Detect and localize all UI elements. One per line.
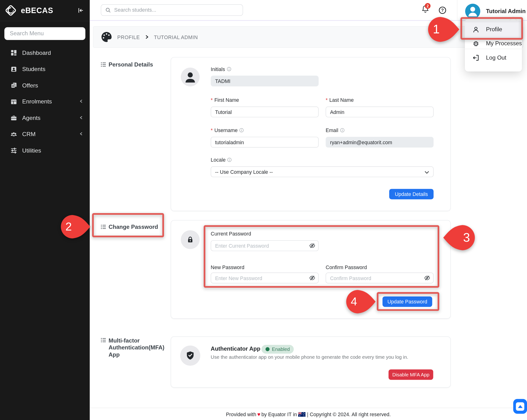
user-dropdown-menu: Profile My Processes (465, 19, 522, 72)
topbar-divider (457, 0, 457, 21)
current-password-label: Current Password (211, 231, 251, 237)
footer-divider (90, 408, 527, 408)
utilities-icon (11, 147, 17, 154)
question-circle-icon: ? (438, 6, 447, 14)
section-change-password: Change Password (101, 224, 158, 231)
ebecas-logo-icon (5, 4, 17, 16)
username-label: *Username (211, 127, 244, 133)
chip-icon (472, 40, 480, 47)
breadcrumb-section[interactable]: PROFILE (117, 34, 140, 40)
person-icon (465, 4, 480, 19)
search-icon (105, 7, 111, 13)
chevron-right-icon (144, 34, 149, 39)
menu-search-input[interactable] (10, 30, 80, 37)
sidebar-item-agents[interactable]: Agents (0, 110, 90, 126)
menu-item-log-out[interactable]: Log Out (465, 49, 522, 66)
person-icon (472, 26, 480, 33)
update-password-button[interactable]: Update Password (383, 297, 432, 307)
user-name: Tutorial Admin (486, 8, 526, 14)
new-password-wrap (211, 273, 319, 283)
notifications-button[interactable]: 2 (421, 5, 431, 15)
palette-icon (101, 31, 113, 43)
list-icon (101, 62, 106, 67)
chevron-down-icon (424, 170, 430, 175)
locale-select[interactable]: -- Use Company Locale -- (211, 166, 434, 177)
confirm-password-field[interactable] (326, 273, 434, 283)
footer-text: Provided with (226, 411, 256, 417)
shield-check-icon (185, 351, 195, 361)
student-search-box[interactable] (101, 4, 243, 16)
breadcrumb: PROFILE TUTORIAL ADMIN (93, 26, 523, 48)
menu-item-my-processes[interactable]: My Processes (465, 39, 522, 49)
section-mfa: Multi-factor Authentication(MFA) App (101, 337, 170, 358)
sidebar-item-crm[interactable]: CRM (0, 126, 90, 142)
last-name-field[interactable] (326, 107, 434, 117)
first-name-field[interactable] (211, 107, 319, 117)
footer-text: by Equator IT in (262, 411, 297, 417)
breadcrumb-current: TUTORIAL ADMIN (154, 34, 198, 40)
chevron-left-icon (79, 131, 84, 138)
ebecas-app: eBECAS Dashboar (0, 0, 527, 420)
sidebar-item-label: Students (22, 66, 45, 73)
disable-mfa-button[interactable]: Disable MFA App (388, 369, 433, 380)
update-details-button[interactable]: Update Details (389, 189, 434, 199)
sidebar-item-enrolments[interactable]: Enrolments (0, 94, 90, 110)
footer-text: | Copyright © 2024. All right reserved. (307, 411, 391, 417)
username-field[interactable] (211, 137, 319, 148)
sidebar-item-dashboard[interactable]: Dashboard (0, 45, 90, 61)
locale-selected-value: -- Use Company Locale -- (215, 169, 273, 175)
menu-item-label: Log Out (486, 54, 506, 61)
section-title: Personal Details (109, 62, 153, 68)
toggle-current-password-visibility[interactable] (309, 243, 316, 249)
help-button[interactable]: ? (438, 6, 447, 14)
eye-off-icon (424, 275, 430, 281)
initials-label: Initials (211, 66, 231, 72)
profile-photo-placeholder (181, 67, 200, 86)
topbar: 2 ? Tutorial Admin (90, 0, 527, 21)
confirm-password-wrap (326, 273, 434, 283)
heart-icon: ♥ (257, 411, 260, 417)
dashboard-icon (11, 50, 17, 56)
user-avatar (465, 4, 480, 19)
info-icon (227, 67, 231, 71)
mfa-card-title: Authenticator App (211, 346, 260, 352)
list-icon (101, 338, 106, 343)
sidebar-logo-row: eBECAS (0, 0, 90, 21)
mfa-status-badge: Enabled (262, 345, 294, 354)
sidebar-collapse-icon[interactable] (77, 7, 84, 14)
menu-item-profile[interactable]: Profile (465, 21, 522, 38)
info-icon (239, 128, 244, 132)
menu-item-label: Profile (486, 26, 502, 33)
current-password-field[interactable] (211, 240, 319, 251)
notification-badge: 2 (425, 3, 430, 9)
logout-icon (472, 54, 480, 62)
list-icon (101, 224, 106, 229)
sidebar: eBECAS Dashboar (0, 0, 90, 420)
toggle-new-password-visibility[interactable] (309, 275, 316, 281)
sidebar-item-label: Enrolments (22, 98, 52, 105)
scroll-to-top-button[interactable] (513, 399, 527, 414)
brand-name: eBECAS (21, 6, 53, 15)
mfa-description: Use the authenticator app on your mobile… (211, 354, 408, 360)
agents-icon (11, 115, 17, 121)
initials-field (211, 76, 319, 86)
email-label: Email (326, 127, 344, 133)
locale-label: Locale (211, 157, 232, 163)
sidebar-menu-search[interactable] (4, 27, 85, 40)
australia-flag-icon (298, 412, 306, 417)
last-name-label: *Last Name (326, 97, 354, 103)
sidebar-item-students[interactable]: Students (0, 61, 90, 77)
sidebar-item-utilities[interactable]: Utilities (0, 143, 90, 159)
student-search-input[interactable] (114, 7, 239, 13)
eye-off-icon (309, 243, 316, 249)
sidebar-item-label: CRM (22, 131, 35, 138)
section-title: Change Password (109, 224, 158, 231)
toggle-confirm-password-visibility[interactable] (424, 275, 430, 281)
new-password-label: New Password (211, 265, 244, 270)
user-menu-trigger[interactable]: Tutorial Admin (465, 4, 526, 19)
sidebar-item-offers[interactable]: Offers (0, 77, 90, 93)
new-password-field[interactable] (211, 273, 319, 283)
info-icon (227, 157, 231, 162)
confirm-password-label: Confirm Password (326, 265, 367, 270)
section-personal-details: Personal Details (101, 62, 153, 68)
